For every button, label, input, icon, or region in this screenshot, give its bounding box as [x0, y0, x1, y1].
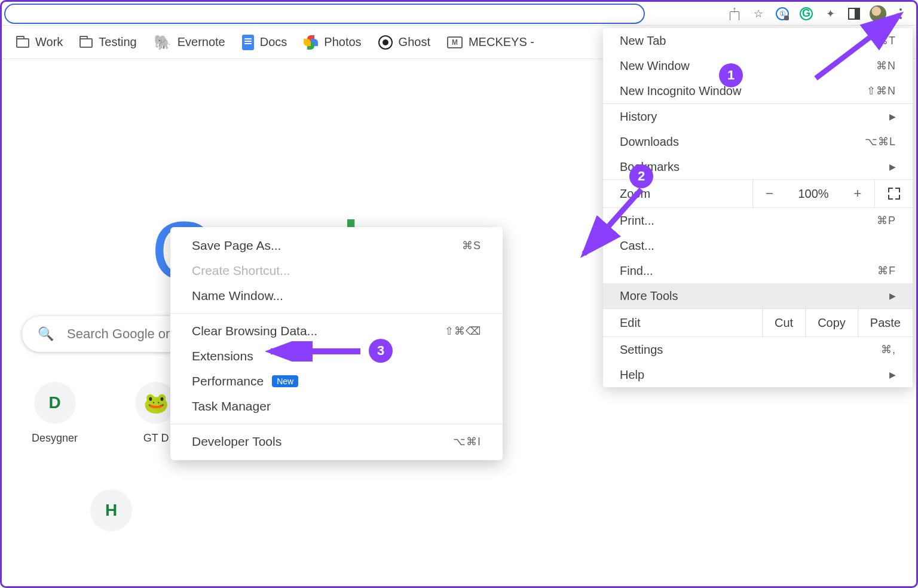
bookmark-folder-work[interactable]: Work — [16, 35, 63, 49]
shortcut-desygner[interactable]: D Desygner — [32, 382, 78, 445]
menu-new-incognito[interactable]: New Incognito Window⇧⌘N — [603, 78, 913, 103]
edit-label: Edit — [603, 316, 762, 330]
submenu-clear-browsing-data[interactable]: Clear Browsing Data...⇧⌘⌫ — [170, 318, 503, 344]
shortcut-h[interactable]: H — [90, 489, 132, 531]
annotation-marker-2: 2 — [629, 164, 653, 188]
menu-new-tab[interactable]: New Tab⌘T — [603, 28, 913, 53]
menu-find[interactable]: Find...⌘F — [603, 258, 913, 283]
zoom-out-button[interactable]: − — [752, 180, 786, 207]
annotation-marker-1: 1 — [719, 63, 743, 87]
bookmark-folder-testing[interactable]: Testing — [79, 35, 136, 49]
edit-paste-button[interactable]: Paste — [858, 309, 913, 336]
extensions-puzzle-icon[interactable]: ✦ — [822, 5, 839, 22]
chevron-right-icon: ▶ — [889, 162, 896, 172]
extension-onepassword-icon[interactable]: ① — [774, 5, 791, 22]
menu-settings[interactable]: Settings⌘, — [603, 337, 913, 362]
edit-cut-button[interactable]: Cut — [762, 309, 805, 336]
folder-icon — [79, 38, 93, 48]
menu-help[interactable]: Help▶ — [603, 362, 913, 387]
google-docs-icon — [242, 35, 254, 50]
chevron-right-icon: ▶ — [889, 112, 896, 121]
menu-edit-row: Edit Cut Copy Paste — [603, 308, 913, 337]
fullscreen-button[interactable] — [874, 180, 913, 207]
share-icon[interactable]: ↑ — [726, 5, 743, 22]
menu-downloads[interactable]: Downloads⌥⌘L — [603, 129, 913, 154]
zoom-in-button[interactable]: + — [841, 180, 874, 207]
shortcuts-row-2: H — [90, 489, 132, 531]
extension-grammarly-icon[interactable]: G — [798, 5, 815, 22]
toolbar: ↑ ☆ ① G ✦ — [2, 2, 916, 26]
profile-avatar[interactable] — [870, 5, 886, 22]
chrome-menu-button[interactable] — [893, 5, 908, 22]
ghost-icon — [378, 35, 393, 50]
menu-cast[interactable]: Cast... — [603, 233, 913, 258]
bookmark-ghost[interactable]: Ghost — [378, 35, 430, 50]
side-panel-icon[interactable] — [846, 5, 862, 22]
edit-copy-button[interactable]: Copy — [805, 309, 858, 336]
new-badge: New — [272, 375, 298, 387]
submenu-extensions[interactable]: Extensions — [170, 344, 503, 369]
bookmark-photos[interactable]: Photos — [304, 35, 361, 50]
chrome-menu: New Tab⌘T New Window⌘N New Incognito Win… — [603, 28, 913, 387]
menu-more-tools[interactable]: More Tools▶ — [603, 283, 913, 308]
bookmark-meckeys[interactable]: MMECKEYS - — [447, 35, 534, 49]
chevron-right-icon: ▶ — [889, 291, 896, 301]
submenu-developer-tools[interactable]: Developer Tools⌥⌘I — [170, 429, 503, 454]
submenu-performance[interactable]: PerformanceNew — [170, 369, 503, 394]
menu-history[interactable]: History▶ — [603, 104, 913, 129]
zoom-value: 100% — [786, 187, 841, 201]
submenu-save-page-as[interactable]: Save Page As...⌘S — [170, 233, 503, 258]
address-bar[interactable] — [4, 4, 645, 24]
bookmark-star-icon[interactable]: ☆ — [750, 5, 767, 22]
submenu-name-window[interactable]: Name Window... — [170, 283, 503, 308]
chevron-right-icon: ▶ — [889, 370, 896, 379]
annotation-marker-3: 3 — [369, 339, 393, 363]
google-photos-icon — [304, 35, 318, 50]
folder-icon — [16, 38, 29, 48]
search-icon: 🔍 — [38, 326, 54, 342]
submenu-task-manager[interactable]: Task Manager — [170, 394, 503, 419]
more-tools-submenu: Save Page As...⌘S Create Shortcut... Nam… — [170, 227, 503, 460]
bookmark-docs[interactable]: Docs — [242, 35, 287, 50]
meckeys-icon: M — [447, 36, 463, 48]
zoom-label: Zoom — [603, 187, 752, 201]
toolbar-icons: ↑ ☆ ① G ✦ — [726, 5, 908, 22]
submenu-create-shortcut: Create Shortcut... — [170, 258, 503, 283]
bookmark-evernote[interactable]: 🐘Evernote — [154, 34, 225, 51]
shortcuts-row: D Desygner 🐸 GT D — [32, 382, 177, 445]
evernote-icon: 🐘 — [154, 34, 172, 51]
menu-new-window[interactable]: New Window⌘N — [603, 53, 913, 78]
menu-print[interactable]: Print...⌘P — [603, 208, 913, 233]
